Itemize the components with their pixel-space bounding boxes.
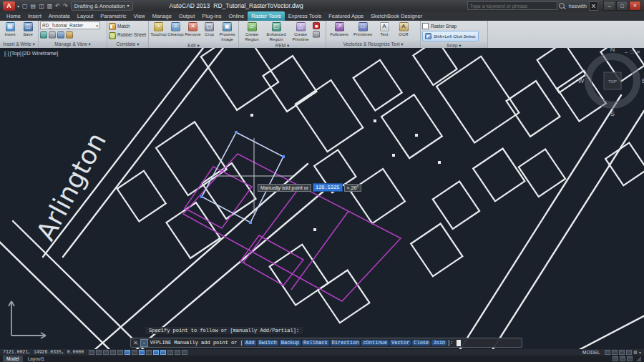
process-image-button[interactable]: ▣ Process Image (218, 21, 237, 41)
panel-title-edit[interactable]: Edit ▾ (149, 42, 238, 48)
signin-user[interactable]: hsewith (569, 3, 587, 9)
osnap-toggle[interactable] (125, 350, 130, 355)
keyword-continue[interactable]: cOntinue (361, 340, 389, 346)
annotation-visibility-icon[interactable] (626, 350, 632, 355)
command-prompt-text[interactable]: VFPLINE Manually add point or [ Add Swit… (150, 340, 454, 346)
ducs-toggle[interactable] (146, 350, 152, 355)
annotation-scale-icon[interactable] (619, 350, 625, 355)
workspace-switcher[interactable]: Drafting & Annotation ▾ (71, 1, 133, 11)
doc-restore-icon[interactable]: □ (630, 49, 633, 55)
quickview-layouts-icon[interactable] (605, 350, 610, 355)
workspace-gear-icon[interactable]: ⚙ (633, 350, 638, 355)
text-button[interactable]: A Text (375, 21, 394, 37)
doc-close-icon[interactable]: ✕ (636, 49, 640, 55)
close-button[interactable]: ✕ (629, 1, 641, 11)
keyword-backup[interactable]: Backup (280, 340, 301, 346)
command-line-dock[interactable]: ✕ › VFPLINE Manually add point or [ Add … (130, 338, 522, 348)
quick-properties-toggle[interactable] (175, 350, 180, 355)
ocr-button[interactable]: A OCR (394, 21, 413, 37)
compass-south[interactable]: S (610, 110, 615, 117)
undo-icon[interactable]: ↶ (54, 3, 61, 9)
doc-minimize-icon[interactable]: ‒ (625, 49, 628, 55)
exchange-apps-icon[interactable]: X (589, 1, 598, 11)
shift-select-button[interactable]: ◩ Shift+Left Click Select (422, 31, 479, 41)
show-image-icon[interactable] (40, 31, 47, 39)
panel-title-manage-view[interactable]: Manage & View ▾ (39, 41, 107, 48)
view-compass[interactable]: TOP N E S W (578, 48, 644, 117)
enhanced-region-button[interactable]: ◰ Enhanced Region (264, 21, 288, 41)
followers-button[interactable]: ↗ Followers (328, 21, 351, 37)
keyword-add[interactable]: Add (244, 340, 256, 346)
redo-icon[interactable]: ↷ (62, 3, 69, 9)
panel-title-correlate[interactable]: Correlate ▾ (107, 41, 148, 48)
viewport-view-control[interactable]: [Top] (10, 50, 21, 57)
touchup-button[interactable]: + Touchup (150, 21, 167, 37)
tab-annotate[interactable]: Annotate (45, 11, 74, 21)
tab-output[interactable]: Output (175, 11, 199, 21)
tab-layout[interactable]: Layout (74, 11, 97, 21)
tab-express-tools[interactable]: Express Tools (285, 11, 326, 21)
tab-parametric[interactable]: Parametric (97, 11, 130, 21)
cleanup-button[interactable]: ≡ Cleanup (167, 21, 184, 37)
save-image-button[interactable]: ◫ Save (19, 21, 36, 37)
resize-grip[interactable] (636, 356, 641, 361)
viewport-menu-control[interactable]: [-] (4, 50, 9, 57)
tab-featured-apps[interactable]: Featured Apps (325, 11, 367, 21)
isolate-objects-icon[interactable] (613, 356, 618, 361)
hardware-accel-icon[interactable] (620, 356, 625, 361)
zoom-image-icon[interactable] (57, 31, 64, 39)
active-trace-polyline[interactable] (200, 131, 285, 224)
tab-home[interactable]: Home (3, 11, 24, 21)
snap-toggle[interactable] (96, 350, 102, 355)
search-icon[interactable] (559, 3, 565, 9)
rem-color-icon[interactable]: ■ (313, 22, 320, 29)
viewport-visualstyle-control[interactable]: [2D Wireframe] (22, 50, 58, 57)
primitives-button[interactable]: □ Primitives (351, 21, 374, 37)
maximize-button[interactable]: □ (616, 1, 628, 11)
app-menu-arrow-icon[interactable]: ▾ (17, 4, 19, 9)
clean-screen-icon[interactable] (627, 356, 633, 361)
ortho-toggle[interactable] (110, 350, 116, 355)
new-icon[interactable]: ▢ (21, 3, 29, 9)
transparency-toggle[interactable] (167, 350, 173, 355)
keyword-switch[interactable]: Switch (258, 340, 278, 346)
infer-constraints-toggle[interactable] (89, 350, 94, 355)
create-primitive-button[interactable]: △ Create Primitive (289, 21, 312, 41)
create-region-button[interactable]: ▱ Create Region (240, 21, 263, 41)
compass-north[interactable]: N (610, 48, 615, 53)
panel-title-insert-write[interactable]: Insert & Write ▾ (0, 41, 38, 48)
command-close-icon[interactable]: ✕ (133, 340, 138, 346)
tab-sketchbook-designer[interactable]: SketchBook Designer (367, 11, 426, 21)
minimize-button[interactable]: ‒ (603, 1, 615, 11)
hide-image-icon[interactable] (49, 31, 56, 39)
tab-online[interactable]: Online (225, 11, 248, 21)
otrack-toggle[interactable] (139, 350, 145, 355)
tab-manage[interactable]: Manage (149, 11, 175, 21)
plot-icon[interactable]: ▥ (47, 3, 54, 9)
insert-button[interactable]: ▦ Insert (1, 21, 19, 37)
compass-top-face[interactable]: TOP (608, 79, 617, 84)
remove-button[interactable]: ✕ Remove (185, 21, 201, 37)
selection-cycling-toggle[interactable] (182, 350, 187, 355)
keyword-rollback[interactable]: Rollback (302, 340, 329, 346)
tab-model[interactable]: Model (3, 356, 23, 362)
keyword-direction[interactable]: Direction (331, 340, 361, 346)
raster-snap-checkbox[interactable] (422, 23, 429, 29)
tab-view[interactable]: View (130, 11, 149, 21)
tab-raster-tools[interactable]: Raster Tools (248, 11, 285, 21)
keyword-join[interactable]: Join (431, 340, 447, 346)
tab-layout1[interactable]: Layout1 (24, 356, 48, 362)
quickview-drawings-icon[interactable] (612, 350, 618, 355)
model-space-badge[interactable]: MODEL (582, 350, 600, 355)
app-logo[interactable]: A (3, 1, 15, 11)
status-menu-arrow-icon[interactable]: ▾ (639, 350, 641, 355)
dynamic-input-toggle[interactable] (153, 350, 159, 355)
polar-toggle[interactable] (117, 350, 123, 355)
tab-plugins[interactable]: Plug-ins (198, 11, 225, 21)
rubber-sheet-button[interactable]: ▨ Rubber Sheet (109, 31, 146, 40)
raster-snap-checkbox-row[interactable]: Raster Snap (422, 21, 457, 30)
drawing-viewport[interactable]: [-] [Top] [2D Wireframe] ‒ □ ✕ (0, 48, 644, 349)
match-button[interactable]: ◧ Match (109, 21, 130, 31)
lineweight-toggle[interactable] (160, 350, 166, 355)
panel-title-vectorize[interactable]: Vectorize & Recognize Text ▾ (326, 41, 420, 48)
